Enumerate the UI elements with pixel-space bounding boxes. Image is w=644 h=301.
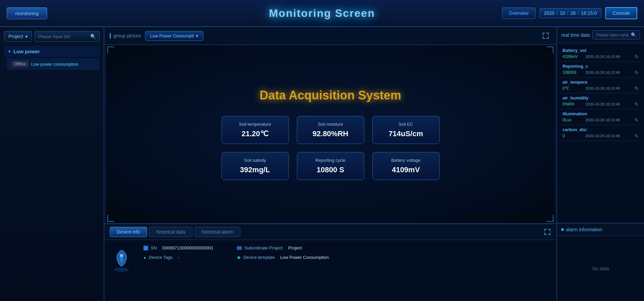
rt-item-time: 2020-10-26 16:13:49 (585, 134, 620, 138)
group-picture-label: group picture (110, 33, 141, 38)
sep3: / (578, 10, 579, 16)
sensor-name: Battery voltage (379, 158, 433, 163)
refresh-icon[interactable]: ↻ (635, 86, 639, 91)
sidebar: Project ▾ 🔍 ▼ Low power Offline Low powe… (0, 27, 104, 301)
time: 16:15:0 (581, 10, 597, 16)
realtime-header: real time data 🔍 (557, 27, 644, 43)
sensor-value: 21.20℃ (229, 129, 282, 138)
tags-label: Device Tags (149, 255, 173, 260)
sn-search-container: 🔍 (35, 31, 100, 42)
refresh-icon[interactable]: ↻ (635, 101, 639, 107)
rt-item-time: 2020-10-26 16:13:49 (585, 70, 620, 74)
rt-item-row: 0℃ 2020-10-26 16:13:49 ↻ (563, 86, 639, 91)
bottom-tabs: Device info historical data historical a… (104, 224, 556, 240)
chevron-down-icon: ▾ (25, 34, 28, 39)
sn-search-input[interactable] (38, 34, 90, 39)
page-title: Monitoring Screen (269, 7, 375, 20)
refresh-icon[interactable]: ↻ (635, 54, 639, 59)
realtime-list-item: air_humidity 0%RH 2020-10-26 16:13:49 ↻ (560, 93, 641, 109)
expand-button[interactable] (540, 30, 551, 41)
rt-item-value: 0 (563, 133, 583, 138)
realtime-list-item: illumination 0Lux 2020-10-26 16:13:49 ↻ (560, 109, 641, 125)
main-layout: Project ▾ 🔍 ▼ Low power Offline Low powe… (0, 27, 644, 301)
sn-label: SN (151, 245, 157, 250)
system-title: Data Acquisition System (260, 88, 401, 102)
project-value: Project (288, 245, 302, 250)
header-right: Overview 2020 / 10 / 26 / 16:15:0 Consol… (502, 7, 637, 19)
realtime-list-item: air_tempera 0℃ 2020-10-26 16:13:49 ↻ (560, 78, 641, 93)
alarm-header-label: alarm information (566, 227, 602, 232)
header: monitoring Monitoring Screen Overview 20… (0, 0, 644, 27)
refresh-icon[interactable]: ↻ (635, 70, 639, 75)
device-name-link[interactable]: Low power consumption (31, 62, 78, 67)
alarm-header: alarm information (557, 223, 644, 236)
month: 10 (560, 10, 565, 16)
sn-value: 000697130000000000001 (162, 245, 213, 250)
device-info-content: SN 000697130000000000001 ⬥ Device Tags -… (104, 240, 556, 278)
rt-item-time: 2020-10-26 16:13:49 (585, 102, 620, 106)
tags-field-row: ⬥ Device Tags - (143, 254, 213, 260)
sensor-card: Battery voltage 4109mV (372, 152, 440, 180)
sensor-value: 4109mV (379, 165, 433, 174)
year: 2020 (544, 10, 554, 16)
tags-icon: ⬥ (143, 254, 146, 260)
variable-search-container: 🔍 (592, 30, 640, 39)
monitoring-tab[interactable]: monitoring (7, 7, 47, 19)
refresh-icon[interactable]: ↻ (635, 133, 639, 139)
device-sub-item[interactable]: Offline Low power consumption (7, 58, 100, 70)
tree-root-label: Low power (13, 49, 40, 54)
search-icon: 🔍 (90, 34, 96, 39)
device-fields-right: Subordinate Project Project ◈ Device tem… (237, 245, 329, 260)
console-button[interactable]: Console (605, 7, 637, 19)
rt-item-row: 0 2020-10-26 16:13:49 ↻ (563, 133, 639, 139)
sensor-name: Soil temperature (229, 122, 282, 127)
alarm-section: alarm information No data (557, 223, 644, 301)
rt-item-value: 0%RH (563, 102, 583, 107)
template-value: Low Power Consumption (280, 255, 329, 260)
refresh-icon[interactable]: ↻ (635, 117, 639, 123)
sensor-card: Soil temperature 21.20℃ (222, 116, 289, 144)
offline-badge: Offline (11, 61, 28, 67)
template-label: Device template (243, 255, 275, 260)
rt-item-name: Battery_vol (563, 48, 639, 53)
sensor-grid: Soil temperature 21.20℃ Soil moisture 92… (222, 116, 440, 180)
tab-device-info[interactable]: Device info (110, 227, 147, 237)
rt-item-name: air_humidity (563, 95, 639, 100)
center-content: group picture Low Power Consumpti ▾ (104, 27, 556, 301)
tab-historical-data[interactable]: historical data (149, 227, 192, 237)
sensor-name: Soil moisture (304, 122, 357, 127)
tree-root-item[interactable]: ▼ Low power (4, 46, 100, 57)
rt-item-value: 0Lux (563, 118, 583, 122)
rt-item-time: 2020-10-26 16:13:49 (585, 55, 620, 59)
realtime-data-section: real time data 🔍 Battery_vol 4109mV 2020… (557, 27, 644, 223)
sensor-name: Soil EC (379, 122, 433, 127)
svg-point-0 (114, 268, 129, 272)
sn-icon (143, 246, 148, 250)
rt-item-row: 4109mV 2020-10-26 16:13:49 ↻ (563, 54, 639, 59)
sensor-card: Soil moisture 92.80%RH (297, 116, 364, 144)
sensor-card: Soil salinity 392mg/L (222, 152, 289, 180)
alarm-body: No data (557, 236, 644, 301)
sensor-value: 92.80%RH (304, 129, 357, 138)
project-icon (237, 246, 242, 250)
sensor-value: 392mg/L (229, 165, 282, 174)
rt-item-time: 2020-10-26 16:13:49 (585, 86, 620, 90)
sep2: / (567, 10, 569, 16)
project-dropdown[interactable]: Project ▾ (4, 31, 32, 42)
group-dropdown[interactable]: Low Power Consumpti ▾ (145, 31, 203, 41)
group-header: group picture Low Power Consumpti ▾ (104, 27, 556, 45)
rt-item-time: 2020-10-26 16:13:49 (585, 118, 620, 122)
realtime-list-item: Battery_vol 4109mV 2020-10-26 16:13:49 ↻ (560, 46, 641, 62)
overview-button[interactable]: Overview (502, 7, 536, 19)
variable-search-input[interactable] (596, 33, 629, 37)
bottom-expand-button[interactable] (544, 228, 551, 236)
bottom-panel: Device info historical data historical a… (104, 223, 556, 301)
sn-field-row: SN 000697130000000000001 (143, 245, 213, 250)
no-data-text: No data (592, 266, 609, 271)
tags-value: - (178, 255, 179, 260)
tree-arrow-icon: ▼ (7, 49, 11, 54)
tab-historical-alarm[interactable]: historical alarm (195, 227, 240, 237)
datetime-display: 2020 / 10 / 26 / 16:15:0 (540, 8, 601, 18)
sidebar-top: Project ▾ 🔍 (4, 31, 100, 42)
template-field-row: ◈ Device template Low Power Consumption (237, 254, 329, 260)
